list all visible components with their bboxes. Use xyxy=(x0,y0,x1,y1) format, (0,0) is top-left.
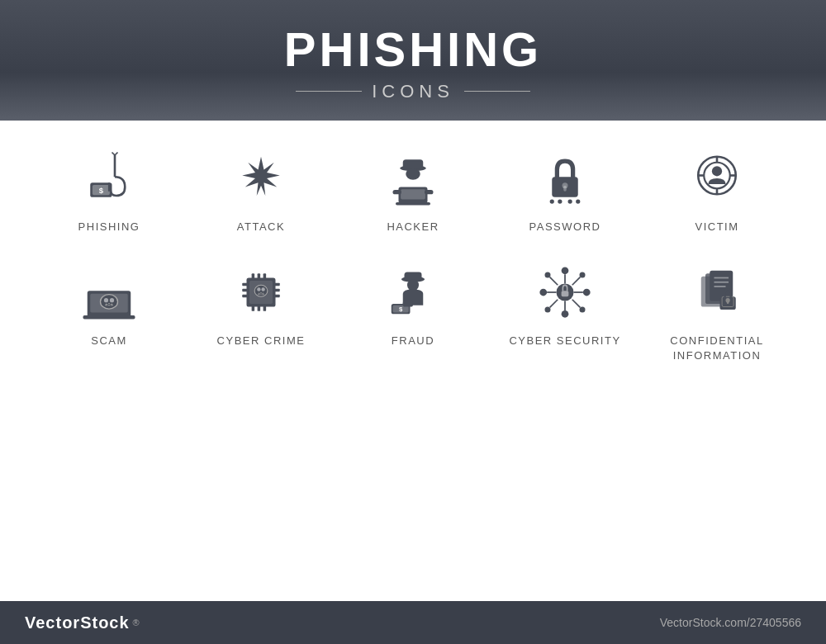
phishing-icon: $ xyxy=(76,145,142,211)
header-subtitle: ICONS xyxy=(372,81,454,102)
password-icon xyxy=(532,145,598,211)
svg-line-81 xyxy=(572,300,581,308)
svg-point-34 xyxy=(104,298,108,302)
cyber-crime-icon xyxy=(228,259,294,325)
icons-grid: $ PHISHING ATTACK xyxy=(33,145,793,364)
svg-rect-43 xyxy=(258,305,261,311)
svg-point-68 xyxy=(539,289,547,296)
header: PHISHING ICONS xyxy=(0,0,826,121)
svg-line-80 xyxy=(550,300,558,308)
svg-rect-13 xyxy=(396,202,430,206)
cyber-security-label: CYBER SECURITY xyxy=(509,334,620,348)
svg-point-54 xyxy=(261,287,264,291)
svg-point-59 xyxy=(407,279,419,291)
svg-point-73 xyxy=(580,306,586,312)
svg-text:$: $ xyxy=(99,185,104,194)
svg-point-19 xyxy=(550,199,554,203)
header-line-right xyxy=(464,91,530,92)
svg-line-2 xyxy=(115,152,118,155)
svg-rect-45 xyxy=(242,283,248,286)
icon-item-cyber-security: CYBER SECURITY xyxy=(489,259,641,363)
svg-rect-41 xyxy=(263,273,267,279)
page-title: PHISHING xyxy=(0,23,826,76)
svg-rect-48 xyxy=(274,283,280,286)
svg-rect-47 xyxy=(242,295,248,298)
svg-point-35 xyxy=(110,298,114,302)
password-label: PASSWORD xyxy=(529,220,601,234)
svg-marker-7 xyxy=(242,157,280,196)
cyber-crime-label: CYBER CRIME xyxy=(217,334,306,348)
footer-url: VectorStock.com/27405566 xyxy=(660,616,801,629)
svg-rect-63 xyxy=(403,301,413,306)
svg-text:$: $ xyxy=(399,305,403,313)
icon-item-scam: SCAM xyxy=(33,259,185,363)
hacker-label: HACKER xyxy=(387,220,439,234)
icon-item-password: PASSWORD xyxy=(489,145,641,234)
svg-point-52 xyxy=(254,285,268,296)
footer-brand: VectorStock ® xyxy=(25,613,140,632)
confidential-information-label: CONFIDENTIALINFORMATION xyxy=(670,334,763,363)
svg-rect-18 xyxy=(563,186,567,192)
svg-rect-12 xyxy=(401,189,425,199)
scam-label: SCAM xyxy=(91,334,127,348)
svg-rect-44 xyxy=(263,305,267,311)
attack-icon xyxy=(228,145,294,211)
svg-point-22 xyxy=(576,199,580,203)
svg-point-53 xyxy=(257,287,260,291)
icon-item-hacker: HACKER xyxy=(337,145,489,234)
svg-point-29 xyxy=(712,166,722,176)
svg-point-69 xyxy=(583,289,591,296)
svg-point-33 xyxy=(101,295,118,310)
icon-item-fraud: $ FRAUD xyxy=(337,259,489,363)
svg-rect-39 xyxy=(252,273,255,279)
icon-item-confidential-information: CONFIDENTIALINFORMATION xyxy=(641,259,793,363)
svg-rect-65 xyxy=(562,291,569,296)
svg-line-1 xyxy=(112,152,116,155)
icons-section: $ PHISHING ATTACK xyxy=(0,121,826,381)
phishing-label: PHISHING xyxy=(78,220,140,234)
svg-rect-14 xyxy=(393,190,402,194)
icon-item-victim: VICTIM xyxy=(641,145,793,234)
svg-rect-42 xyxy=(252,305,255,311)
svg-rect-49 xyxy=(274,289,280,292)
footer: VectorStock ® VectorStock.com/27405566 xyxy=(0,601,826,644)
svg-rect-40 xyxy=(258,273,261,279)
scam-icon xyxy=(76,259,142,325)
svg-point-20 xyxy=(558,199,562,203)
svg-point-71 xyxy=(580,272,586,277)
fraud-icon: $ xyxy=(380,259,446,325)
svg-point-10 xyxy=(406,168,420,180)
footer-logo-text: VectorStock xyxy=(25,613,130,632)
victim-icon xyxy=(684,145,750,211)
svg-point-72 xyxy=(545,306,551,312)
svg-line-79 xyxy=(572,277,581,286)
svg-rect-15 xyxy=(425,190,434,194)
victim-label: VICTIM xyxy=(695,220,738,234)
subtitle-row: ICONS xyxy=(0,81,826,102)
cyber-security-icon xyxy=(532,259,598,325)
footer-reg-symbol: ® xyxy=(133,618,140,627)
svg-rect-9 xyxy=(403,159,424,168)
icon-item-phishing: $ PHISHING xyxy=(33,145,185,234)
svg-point-67 xyxy=(562,310,569,318)
svg-rect-91 xyxy=(727,301,729,304)
hacker-icon xyxy=(380,145,446,211)
svg-rect-32 xyxy=(83,315,135,319)
svg-line-78 xyxy=(550,277,558,286)
svg-point-70 xyxy=(545,272,551,277)
svg-point-66 xyxy=(562,267,569,274)
fraud-label: FRAUD xyxy=(392,334,434,348)
confidential-information-icon xyxy=(684,259,750,325)
svg-rect-46 xyxy=(242,289,248,292)
icon-item-cyber-crime: CYBER CRIME xyxy=(185,259,337,363)
svg-point-21 xyxy=(568,199,572,203)
icon-item-attack: ATTACK xyxy=(185,145,337,234)
header-line-left xyxy=(296,91,362,92)
svg-rect-50 xyxy=(274,295,280,298)
attack-label: ATTACK xyxy=(237,220,285,234)
